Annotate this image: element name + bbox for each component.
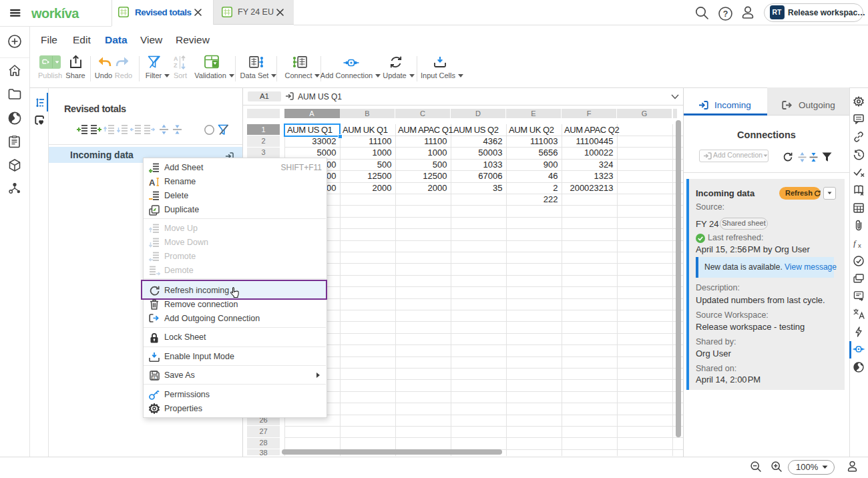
svg-text:Z: Z (174, 62, 178, 69)
svg-text:A: A (174, 55, 178, 62)
svg-text:x: x (858, 242, 861, 248)
svg-text:A: A (149, 178, 156, 187)
svg-text:A: A (153, 376, 156, 380)
svg-text:f: f (853, 238, 857, 248)
